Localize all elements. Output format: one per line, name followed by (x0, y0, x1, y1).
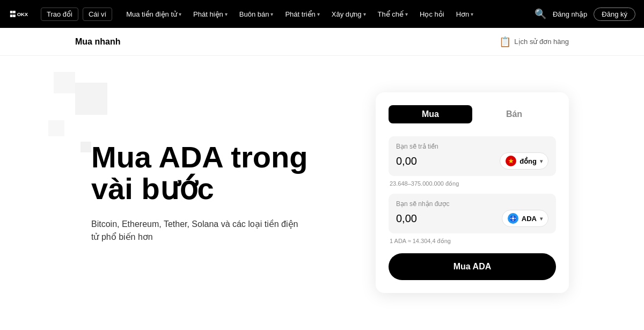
main-content: Mua ADA trong vài bước Bitcoin, Ethereum… (0, 56, 644, 329)
pay-value[interactable]: 0,00 (396, 155, 417, 167)
order-history-link[interactable]: 📋 Lịch sử đơn hàng (499, 36, 569, 48)
svg-rect-1 (10, 11, 13, 13)
nav-right: 🔍 Đăng nhập Đăng ký (535, 8, 635, 21)
deco-square-3 (48, 120, 64, 136)
tab-buy[interactable]: Mua (389, 105, 472, 123)
svg-point-8 (513, 216, 514, 217)
chevron-down-icon: ▾ (363, 11, 366, 17)
svg-text:OKX: OKX (17, 11, 28, 17)
order-history-icon: 📋 (499, 36, 511, 48)
chevron-down-icon: ▾ (225, 11, 228, 17)
chevron-down-icon: ▾ (405, 11, 408, 17)
svg-rect-3 (10, 14, 13, 17)
ada-icon (508, 213, 518, 224)
buy-ada-button[interactable]: Mua ADA (389, 253, 556, 280)
star-icon: ★ (508, 158, 514, 165)
nav-item-build[interactable]: Xây dựng ▾ (326, 7, 371, 21)
nav-item-more[interactable]: Hơn ▾ (451, 7, 479, 21)
svg-point-9 (513, 220, 514, 221)
svg-point-10 (510, 218, 511, 219)
pay-currency-label: đồng (519, 157, 537, 165)
search-icon[interactable]: 🔍 (535, 8, 546, 20)
pay-input-group: Bạn sẽ trả tiền 0,00 ★ đồng ▾ (389, 136, 556, 176)
receive-input-group: Bạn sẽ nhận được 0,00 ADA (389, 194, 556, 233)
pay-label: Bạn sẽ trả tiền (396, 143, 548, 150)
nav-item-learn[interactable]: Học hỏi (414, 7, 450, 21)
svg-rect-4 (13, 14, 16, 17)
svg-rect-2 (13, 11, 16, 13)
register-button[interactable]: Đăng ký (594, 8, 635, 21)
pay-input-row: 0,00 ★ đồng ▾ (396, 152, 548, 170)
trade-card-tabs: Mua Bán (389, 105, 556, 123)
chevron-down-icon: ▾ (179, 11, 181, 17)
hero-heading-line1: Mua ADA trong (91, 140, 308, 174)
hero-subtext: Bitcoin, Ethereum, Tether, Solana và các… (91, 218, 306, 244)
trade-card: Mua Bán Bạn sẽ trả tiền 0,00 ★ đồng ▾ 23… (376, 92, 569, 293)
wallet-button[interactable]: Cái ví (83, 8, 112, 21)
exchange-button[interactable]: Trao đổi (41, 8, 78, 21)
receive-currency-selector[interactable]: ADA ▾ (502, 210, 548, 227)
hero-section: Mua ADA trong vài bước Bitcoin, Ethereum… (75, 142, 343, 244)
nav-item-trade[interactable]: Buôn bán ▾ (234, 7, 279, 21)
nav-item-discover[interactable]: Phát hiện ▾ (188, 7, 233, 21)
vnd-flag-icon: ★ (506, 156, 516, 166)
hero-heading: Mua ADA trong vài bước (91, 142, 343, 205)
svg-point-7 (512, 217, 514, 219)
chevron-down-icon: ▾ (471, 11, 473, 17)
svg-point-11 (515, 218, 516, 219)
receive-currency-label: ADA (522, 215, 537, 223)
receive-input-row: 0,00 ADA ▾ (396, 210, 548, 227)
hero-heading-line2: vài bước (91, 172, 214, 206)
nav-items: Mua tiền điện tử ▾ Phát hiện ▾ Buôn bán … (121, 7, 530, 21)
range-text: 23.648–375.000.000 đồng (389, 180, 556, 187)
chevron-down-icon: ▾ (270, 11, 273, 17)
pay-currency-selector[interactable]: ★ đồng ▾ (500, 152, 548, 170)
chevron-down-icon: ▾ (317, 11, 320, 17)
login-link[interactable]: Đăng nhập (553, 10, 587, 18)
order-history-label: Lịch sử đơn hàng (514, 38, 569, 46)
nav-item-buy[interactable]: Mua tiền điện tử ▾ (121, 7, 187, 21)
tab-sell[interactable]: Bán (472, 105, 556, 123)
receive-value[interactable]: 0,00 (396, 212, 417, 225)
page-title: Mua nhanh (75, 37, 120, 47)
chevron-down-icon: ▾ (540, 158, 543, 164)
chevron-down-icon: ▾ (540, 216, 543, 222)
nav-item-develop[interactable]: Phát triển ▾ (280, 7, 325, 21)
receive-label: Bạn sẽ nhận được (396, 200, 548, 208)
subheader: Mua nhanh 📋 Lịch sử đơn hàng (0, 28, 644, 56)
navbar: OKX Trao đổi Cái ví Mua tiền điện tử ▾ P… (0, 0, 644, 28)
logo[interactable]: OKX (9, 9, 34, 19)
exchange-rate-text: 1 ADA ≈ 14.304,4 đồng (389, 238, 556, 245)
deco-square-1 (75, 83, 107, 115)
deco-square-2 (54, 72, 75, 93)
nav-item-institution[interactable]: Thể chế ▾ (372, 7, 414, 21)
